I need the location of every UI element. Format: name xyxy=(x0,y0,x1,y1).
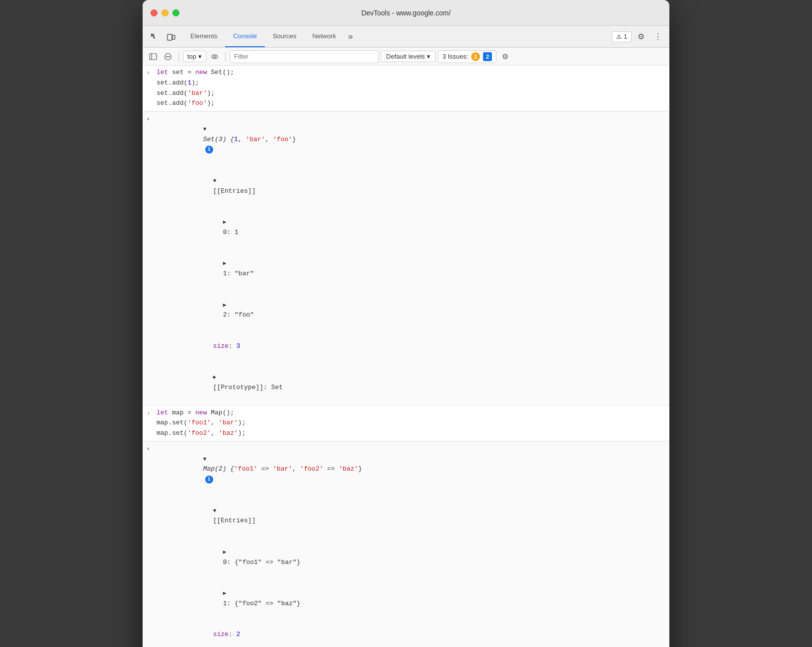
code-block-1: let set = new Set(); set.add(1); set.add… xyxy=(157,68,663,109)
window-body: Elements Console Sources Network » ⚠ xyxy=(143,26,669,647)
clear-console-button[interactable] xyxy=(162,50,174,63)
map-info-icon[interactable]: i xyxy=(205,476,213,484)
svg-rect-1 xyxy=(172,35,175,39)
console-entry-result-set: ‹ ▼ Set(3) {1, 'bar', 'foo'} i ▼ [[Entri… xyxy=(143,111,669,405)
console-entry-input-2: › let map = new Map(); map.set('foo1', '… xyxy=(143,406,669,441)
toolbar-divider-1 xyxy=(178,52,179,62)
entry-2-arrow[interactable]: ▶ xyxy=(223,301,227,310)
entry-1-arrow[interactable]: ▶ xyxy=(223,259,227,268)
tab-console[interactable]: Console xyxy=(225,26,265,47)
default-levels-button[interactable]: Default levels ▾ xyxy=(381,51,436,62)
set-result-block: ▼ Set(3) {1, 'bar', 'foo'} i ▼ [[Entries… xyxy=(157,114,663,403)
context-selector[interactable]: top ▾ xyxy=(183,51,206,62)
tabbar: Elements Console Sources Network » ⚠ xyxy=(143,26,669,48)
svg-rect-0 xyxy=(167,34,172,40)
more-options-button[interactable]: ⋮ xyxy=(650,29,665,44)
map-entry-0-arrow[interactable]: ▶ xyxy=(223,548,227,557)
console-entry-input-1: › let set = new Set(); set.add(1); set.a… xyxy=(143,66,669,111)
more-tabs-button[interactable]: » xyxy=(344,26,357,47)
toolbar-divider-2 xyxy=(225,52,226,62)
traffic-lights xyxy=(151,9,179,16)
svg-point-7 xyxy=(214,56,216,58)
input-arrow-2[interactable]: › xyxy=(147,409,154,418)
svg-rect-2 xyxy=(150,54,157,60)
map-expand-triangle[interactable]: ▼ xyxy=(203,455,207,464)
tabbar-right: ⚠ 1 ⚙ ⋮ xyxy=(612,26,665,47)
console-toolbar: top ▾ Default levels ▾ 3 Issues: 1 xyxy=(143,48,669,66)
map-collapse-arrow[interactable]: ‹ xyxy=(147,445,154,454)
minimize-button[interactable] xyxy=(162,9,168,16)
inspect-element-button[interactable] xyxy=(147,29,162,44)
entry-0-arrow[interactable]: ▶ xyxy=(223,218,227,227)
filter-input[interactable] xyxy=(230,50,379,63)
tab-network[interactable]: Network xyxy=(305,26,344,47)
sidebar-toggle-button[interactable] xyxy=(147,50,160,63)
map-entries-expand-triangle[interactable]: ▼ xyxy=(213,507,217,516)
code-block-2: let map = new Map(); map.set('foo1', 'ba… xyxy=(157,408,663,439)
console-settings-button[interactable]: ⚙ xyxy=(498,50,511,63)
tab-elements[interactable]: Elements xyxy=(182,26,225,47)
issues-badge[interactable]: ⚠ 1 xyxy=(612,31,632,42)
tabs: Elements Console Sources Network » xyxy=(182,26,612,47)
console-output[interactable]: › let set = new Set(); set.add(1); set.a… xyxy=(143,66,669,647)
console-entry-result-map: ‹ ▼ Map(2) {'foo1' => 'bar', 'foo2' => '… xyxy=(143,441,669,647)
prototype-set-arrow[interactable]: ▶ xyxy=(213,373,217,382)
close-button[interactable] xyxy=(151,9,158,16)
input-arrow-1[interactable]: › xyxy=(147,69,154,78)
titlebar: DevTools - www.google.com/ xyxy=(143,0,669,26)
issues-warning-count: 1 xyxy=(624,33,627,40)
device-toolbar-button[interactable] xyxy=(163,29,178,44)
svg-point-6 xyxy=(212,55,218,59)
window-title: DevTools - www.google.com/ xyxy=(361,9,451,17)
maximize-button[interactable] xyxy=(172,9,179,16)
warning-badge: 1 xyxy=(471,52,480,61)
entries-expand-triangle[interactable]: ▼ xyxy=(213,177,217,186)
info-badge: 2 xyxy=(483,52,492,61)
devtools-window: DevTools - www.google.com/ xyxy=(143,0,669,647)
map-entry-1-arrow[interactable]: ▶ xyxy=(223,589,227,598)
tabbar-left-icons xyxy=(147,26,178,47)
set-collapse-arrow[interactable]: ‹ xyxy=(147,115,154,124)
settings-button[interactable]: ⚙ xyxy=(634,29,649,44)
eye-button[interactable] xyxy=(208,50,221,63)
set-expand-triangle[interactable]: ▼ xyxy=(203,125,207,134)
issues-count-button[interactable]: 3 Issues: 1 2 xyxy=(438,50,496,63)
map-result-block: ▼ Map(2) {'foo1' => 'bar', 'foo2' => 'ba… xyxy=(157,444,663,647)
set-info-icon[interactable]: i xyxy=(205,146,213,154)
tab-sources[interactable]: Sources xyxy=(265,26,305,47)
